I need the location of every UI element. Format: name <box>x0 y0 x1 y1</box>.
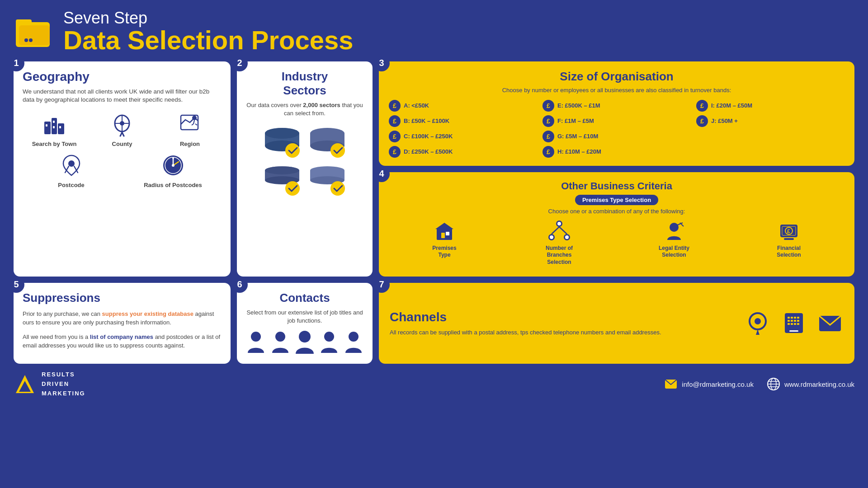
svg-line-20 <box>193 120 194 124</box>
location-icon <box>744 310 771 337</box>
svg-line-21 <box>192 124 193 125</box>
postcode-label: Postcode <box>58 182 85 188</box>
step5-desc2: All we need from you is a list of compan… <box>23 333 222 350</box>
step3-title: Size of Organisation <box>389 70 844 84</box>
premises-icon <box>433 220 456 243</box>
person-icon-5 <box>344 330 363 355</box>
person-icon-2 <box>270 330 290 355</box>
db-icon-1 <box>262 125 302 161</box>
website-text: www.rdmarketing.co.uk <box>784 380 854 388</box>
criteria-branches: Number ofBranchesSelection <box>504 220 615 266</box>
financial-icon: £ <box>778 220 800 243</box>
svg-rect-84 <box>797 320 799 322</box>
svg-rect-9 <box>53 121 55 123</box>
email-text: info@rdmarketing.co.uk <box>682 380 754 388</box>
svg-line-55 <box>552 227 559 234</box>
svg-rect-87 <box>794 323 796 325</box>
svg-point-71 <box>324 332 334 342</box>
header-text: Seven Step Data Selection Process <box>63 9 354 53</box>
step5-title: Suppressions <box>23 291 222 305</box>
size-d: £D: £250K – £500K <box>389 146 537 158</box>
size-j: £J: £50M + <box>696 115 844 127</box>
svg-rect-77 <box>788 317 790 319</box>
footer-email-icon <box>665 379 677 389</box>
step7-content: Channels All records can be supplied wit… <box>390 310 731 337</box>
footer-email: info@rdmarketing.co.uk <box>665 379 754 389</box>
size-a: £A: <£50K <box>389 100 537 112</box>
company-names-highlight: list of company names <box>90 333 153 340</box>
svg-line-56 <box>559 227 567 234</box>
step6-desc: Select from our extensive list of job ti… <box>246 309 363 325</box>
svg-point-4 <box>29 38 33 42</box>
criteria-financial-label: FinancialSelection <box>777 245 801 259</box>
region-icon <box>176 111 203 138</box>
svg-rect-86 <box>791 323 793 325</box>
svg-rect-5 <box>44 122 51 134</box>
geo-icons-row1: Search by Town County <box>23 111 222 147</box>
svg-marker-49 <box>435 223 453 229</box>
phone-icon <box>780 310 807 337</box>
county-icon <box>108 111 136 138</box>
svg-rect-78 <box>791 317 793 319</box>
step7-desc: All records can be supplied with a posta… <box>390 328 731 337</box>
svg-point-43 <box>285 181 300 196</box>
county-label: County <box>112 141 132 147</box>
svg-point-47 <box>330 181 345 196</box>
svg-point-42 <box>265 166 299 174</box>
step3-card: 3 Size of Organisation Choose by number … <box>379 61 854 166</box>
geo-item-postcode: Postcode <box>23 152 120 188</box>
footer: RESULTS DRIVEN MARKETING info@rdmarketin… <box>14 370 854 398</box>
svg-rect-88 <box>797 323 799 325</box>
suppress-highlight: suppress your existing database <box>102 310 193 317</box>
step1-title: Geography <box>23 70 222 84</box>
radius-label: Radius of Postcodes <box>144 182 202 188</box>
step4-badge: 4 <box>373 166 390 182</box>
criteria-premises: PremisesType <box>389 220 500 266</box>
step7-card: 7 Channels All records can be supplied w… <box>379 283 854 364</box>
step6-badge: 6 <box>231 277 248 293</box>
header-icon <box>14 13 54 49</box>
svg-point-60 <box>670 223 679 232</box>
size-b: £B: £50K – £100K <box>389 115 537 127</box>
svg-point-19 <box>192 116 197 120</box>
size-grid: £A: <£50K £E: £500K – £1M £I: £20M – £50… <box>389 100 844 158</box>
size-e: £E: £500K – £1M <box>542 100 691 112</box>
step5-desc1: Prior to any purchase, we can suppress y… <box>23 310 222 327</box>
db-icon-4 <box>307 166 348 202</box>
step1-badge: 1 <box>8 55 24 71</box>
step2-title: IndustrySectors <box>282 70 328 98</box>
radius-icon <box>160 152 187 179</box>
svg-point-68 <box>251 332 261 342</box>
svg-rect-51 <box>446 232 449 235</box>
svg-point-72 <box>349 332 359 342</box>
svg-line-22 <box>195 124 197 125</box>
svg-point-29 <box>172 157 174 159</box>
geo-item-town: Search by Town <box>23 111 86 147</box>
criteria-grid: PremisesType <box>389 220 844 266</box>
town-icon <box>41 111 68 138</box>
database-icons <box>262 125 348 202</box>
geo-icons-row2: Postcode Radius of Postco <box>23 152 222 188</box>
svg-rect-67 <box>784 238 794 240</box>
svg-rect-50 <box>441 233 445 238</box>
footer-globe-icon <box>767 378 780 390</box>
person-icon-4 <box>319 330 339 355</box>
size-h: £H: £10M – £20M <box>542 146 691 158</box>
step7-badge: 7 <box>373 277 390 293</box>
svg-rect-81 <box>788 320 790 322</box>
email-icon <box>816 310 844 337</box>
criteria-branches-label: Number ofBranchesSelection <box>546 245 573 266</box>
step4-card: 4 Other Business Criteria Premises Type … <box>379 172 854 277</box>
footer-website: www.rdmarketing.co.uk <box>767 378 854 390</box>
db-icon-2 <box>307 125 348 161</box>
svg-rect-80 <box>797 317 799 319</box>
svg-point-74 <box>755 318 761 324</box>
svg-rect-8 <box>46 124 47 127</box>
people-icons <box>246 330 363 355</box>
footer-contact: info@rdmarketing.co.uk www.rdmarketing.c… <box>665 378 854 390</box>
step4-desc: Choose one or a combination of any of th… <box>389 208 844 215</box>
step6-card: 6 Contacts Select from our extensive lis… <box>237 283 373 364</box>
step5-card: 5 Suppressions Prior to any purchase, we… <box>14 283 231 364</box>
svg-point-23 <box>68 160 75 167</box>
criteria-legal: Legal EntitySelection <box>618 220 730 266</box>
